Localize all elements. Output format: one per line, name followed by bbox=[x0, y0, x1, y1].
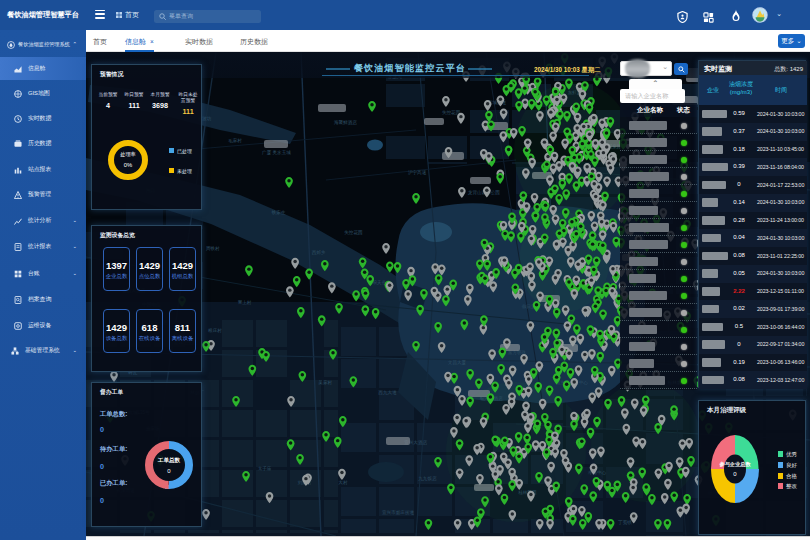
svg-text:丁蜀镇: 丁蜀镇 bbox=[618, 520, 632, 525]
svg-text:广厦 奥水玉城: 广厦 奥水玉城 bbox=[262, 149, 291, 156]
svg-text:西郊乡: 西郊乡 bbox=[312, 250, 326, 255]
svg-text:太子庙: 太子庙 bbox=[258, 466, 272, 471]
svg-text:铁家生: 铁家生 bbox=[271, 209, 286, 215]
svg-text:周铁村: 周铁村 bbox=[206, 245, 220, 252]
svg-text:西九大道: 西九大道 bbox=[378, 390, 397, 395]
svg-text:沪宁高速: 沪宁高速 bbox=[408, 170, 427, 175]
